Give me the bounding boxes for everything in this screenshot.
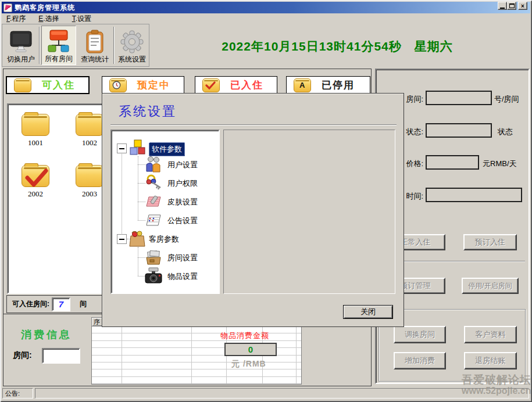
legend-label: 已停用 [322, 78, 355, 92]
clock-icon [112, 81, 121, 89]
gear-icon [120, 30, 144, 54]
statusbar-notice-panel: 公告: [2, 388, 33, 399]
letter-a-icon: A [299, 81, 305, 89]
toolbar-all-rooms-button[interactable]: 所有房间 [41, 26, 76, 65]
monitor-icon [9, 30, 33, 54]
legend-label: 可入住 [42, 78, 75, 92]
app-icon [3, 3, 12, 12]
customer-info-button[interactable]: 客户资料 [464, 326, 517, 343]
folder-clock-icon [109, 78, 127, 92]
legend-vacant[interactable]: 可入住 [6, 76, 90, 94]
tree-item-item-settings[interactable]: 物品设置 [167, 271, 198, 282]
tree-item-user-permissions[interactable]: 用户权限 [167, 178, 198, 189]
tree-connector [138, 247, 138, 276]
skin-pad-icon [144, 192, 163, 211]
room-time-field[interactable] [426, 188, 522, 202]
legend-disabled[interactable]: A 已停用 [286, 76, 370, 94]
available-rooms-box: 可入住房间: 7 间 [6, 295, 109, 313]
menu-program[interactable]: F.程序 [6, 14, 26, 24]
consumption-room-label: 房间: [13, 350, 32, 361]
tree-item-room-params[interactable]: 客房参数 [149, 234, 179, 245]
legend-label: 预定中 [137, 78, 170, 92]
toolbar-separator [39, 27, 40, 64]
notice-label: 公告: [5, 389, 20, 398]
keys-icon [144, 174, 163, 192]
toolbar-separator [113, 27, 115, 64]
checkout-button[interactable]: 退房结账 [464, 352, 517, 369]
close-button[interactable]: × [518, 2, 527, 10]
legend-reserved[interactable]: 预定中 [102, 76, 184, 94]
amount-label: 物品消费金额 [220, 331, 269, 341]
clipboard-icon [83, 30, 107, 54]
users-icon [144, 155, 163, 174]
dialog-separator [110, 124, 397, 125]
app-window: 鹦鹉客房管理系统 × F.程序 E.选择 T.设置 切换用户 [0, 0, 532, 402]
toolbar: 切换用户 所有房间 查询统计 [2, 24, 149, 67]
reserve-checkin-button[interactable]: 预订入住 [463, 234, 517, 250]
consumption-room-input[interactable] [42, 348, 80, 364]
menubar: F.程序 E.选择 T.设置 [2, 13, 530, 24]
maximize-button[interactable] [507, 2, 516, 10]
settings-tree: 软件参数 用户设置 用户权限 皮肤设置 [110, 130, 220, 294]
room-folder-occupied-icon[interactable] [22, 165, 49, 187]
tree-expander-collapse[interactable] [117, 143, 127, 153]
change-room-button[interactable]: 调换房间 [394, 326, 446, 343]
table-gridline [191, 326, 192, 384]
tree-item-skin-settings[interactable]: 皮肤设置 [167, 197, 198, 207]
close-icon: × [521, 3, 524, 9]
datetime-display: 2022年10月15日13时41分54秒 星期六 [174, 38, 500, 55]
room-folder-icon[interactable] [22, 114, 49, 136]
table-gridline [122, 326, 122, 384]
consumption-title: 消费信息 [21, 328, 72, 342]
room-folder-icon[interactable] [76, 114, 103, 136]
menu-settings[interactable]: T.设置 [72, 14, 91, 24]
toolbar-button-label: 所有房间 [45, 54, 73, 64]
window-title: 鹦鹉客房管理系统 [15, 3, 75, 13]
titlebar: 鹦鹉客房管理系统 [2, 2, 530, 13]
tree-item-software-params[interactable]: 软件参数 [149, 142, 185, 156]
tree-connector [122, 154, 122, 239]
settings-detail-panel [223, 130, 395, 294]
folder-icon [14, 78, 31, 92]
disable-enable-room-button[interactable]: 停用/开启房间 [462, 278, 519, 294]
notice-pad-icon [144, 211, 163, 229]
room-price-suffix: 元RMB/天 [483, 159, 517, 169]
camera-icon [144, 267, 163, 285]
minimize-icon [500, 8, 505, 9]
toolbar-system-settings-button[interactable]: 系统设置 [115, 26, 149, 65]
room-label: 1001 [18, 138, 53, 148]
room-status-field[interactable] [426, 123, 492, 138]
room-number-field[interactable] [426, 91, 492, 105]
toolbar-button-label: 系统设置 [118, 55, 146, 64]
minimize-button[interactable] [498, 2, 507, 10]
legend-label: 已入住 [230, 78, 263, 92]
card-drawer-icon [144, 248, 163, 267]
menu-select[interactable]: E.选择 [38, 14, 59, 24]
rooms-tree-icon [47, 29, 71, 53]
tree-item-user-settings[interactable]: 用户设置 [167, 160, 198, 170]
table-gridline [296, 326, 297, 384]
tree-item-notice-settings[interactable]: 公告设置 [167, 216, 198, 226]
amount-value: 0 [224, 343, 277, 356]
system-settings-dialog: 系统设置 软件参数 [102, 93, 404, 327]
toolbar-query-stats-button[interactable]: 查询统计 [77, 26, 112, 65]
check-icon [24, 168, 49, 188]
watermark-line2: www.52pojie.cn [462, 386, 531, 396]
room-number-suffix: 号/房间 [494, 94, 519, 105]
room-price-field[interactable] [426, 155, 479, 170]
toolbar-switch-user-button[interactable]: 切换用户 [4, 26, 38, 65]
toolbar-button-label: 查询统计 [81, 55, 109, 64]
room-folder-icon[interactable] [76, 165, 103, 187]
room-status-suffix: 状态 [498, 127, 513, 137]
tree-connector [138, 156, 138, 220]
add-consumption-button[interactable]: 增加消费 [394, 352, 446, 369]
available-rooms-label: 可入住房间: [12, 299, 49, 309]
room-label: 2002 [18, 189, 53, 199]
tree-expander-collapse[interactable] [117, 234, 127, 244]
legend-occupied[interactable]: 已入住 [195, 76, 277, 94]
dialog-close-button[interactable]: 关闭 [343, 305, 393, 319]
folder-check-icon [202, 78, 220, 92]
tree-item-room-settings[interactable]: 房间设置 [167, 253, 198, 263]
folder-a-icon: A [294, 78, 311, 92]
available-rooms-count[interactable]: 7 [52, 297, 70, 311]
